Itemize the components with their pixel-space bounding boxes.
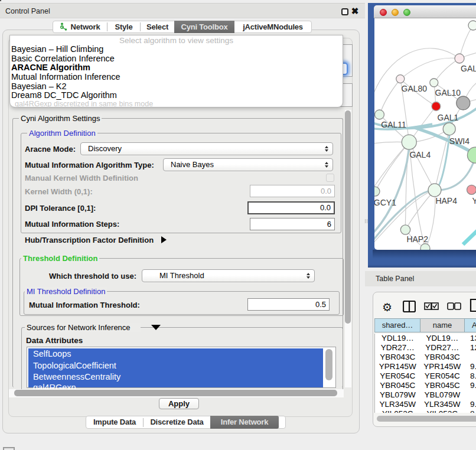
svg-text:GAL7: GAL7	[461, 64, 476, 73]
svg-text:GAL1: GAL1	[438, 113, 459, 122]
svg-text:GCY1: GCY1	[374, 198, 396, 207]
svg-text:SWI4: SWI4	[449, 136, 470, 146]
svg-text:GAL11: GAL11	[381, 120, 406, 129]
svg-text:Y: Y	[472, 196, 476, 206]
svg-text:GAL10: GAL10	[435, 88, 461, 97]
svg-text:HAP2: HAP2	[406, 234, 428, 244]
svg-text:HAP4: HAP4	[435, 196, 457, 206]
svg-text:GAL80: GAL80	[402, 84, 428, 93]
svg-text:GAL4: GAL4	[409, 150, 431, 159]
